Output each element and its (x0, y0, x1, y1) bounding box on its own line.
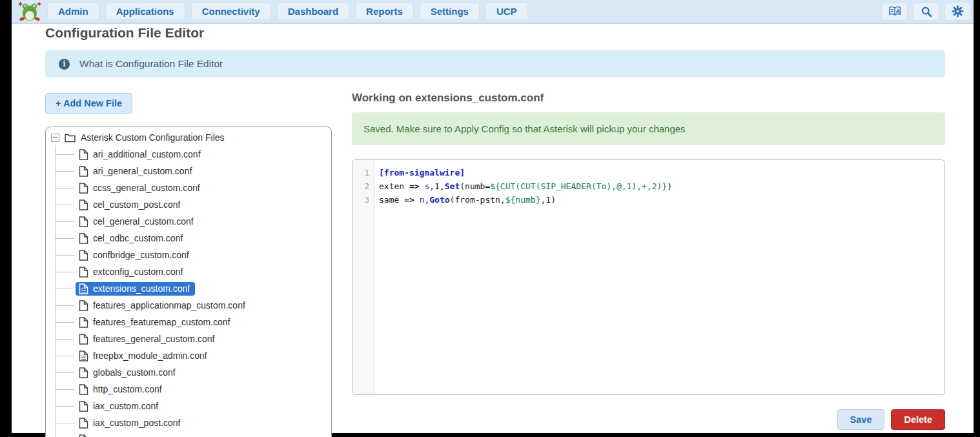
folder-icon (65, 133, 76, 143)
info-banner-text: What is Configuration File Editor (79, 58, 223, 70)
tree-item-target[interactable]: confbridge_custom.conf (76, 249, 194, 262)
save-button[interactable]: Save (837, 409, 885, 430)
file-name-label: cel_odbc_custom.conf (93, 233, 183, 243)
tree-item-target[interactable]: ari_general_custom.conf (76, 165, 197, 178)
file-name-label: iax_custom_post.conf (93, 418, 180, 428)
app-window: AdminApplicationsConnectivityDashboardRe… (12, 0, 974, 433)
translate-icon: A (888, 6, 901, 17)
file-name-label: confbridge_custom.conf (93, 250, 189, 260)
nav-item-admin[interactable]: Admin (47, 3, 99, 20)
info-banner[interactable]: i What is Configuration File Editor (45, 50, 945, 77)
file-name-label: ccss_general_custom.conf (93, 183, 200, 193)
tree-item-target[interactable] (76, 433, 94, 437)
tree-item-target[interactable]: globals_custom.conf (76, 366, 181, 380)
file-name-label: features_featuremap_custom.conf (93, 317, 230, 327)
nav-item-settings[interactable]: Settings (420, 3, 480, 20)
tree-items: ari_additional_custom.confari_general_cu… (46, 146, 331, 437)
nav-item-reports[interactable]: Reports (355, 3, 414, 20)
plus-icon: + (56, 98, 61, 108)
add-new-file-label: Add New File (63, 98, 122, 108)
nav-item-connectivity[interactable]: Connectivity (191, 3, 271, 20)
tree-item-http_custom.conf: http_custom.conf (46, 381, 331, 398)
code-area: [from-signalwire]exten => s,1,Set(numb=$… (374, 160, 672, 394)
file-icon (79, 199, 88, 210)
tree-item-target[interactable]: features_applicationmap_custom.conf (76, 299, 250, 312)
code-line: [from-signalwire] (379, 166, 672, 179)
tree-item-confbridge_custom.conf: confbridge_custom.conf (46, 247, 331, 263)
tree-item-target[interactable]: freepbx_module_admin.conf (76, 349, 212, 363)
tree-item-features_featuremap_custom.conf: features_featuremap_custom.conf (46, 314, 331, 330)
nav-item-ucp[interactable]: UCP (485, 3, 528, 20)
file-name-label: iax_custom.conf (93, 401, 158, 411)
file-icon (79, 434, 88, 437)
tree-item-target[interactable]: iax_custom_post.conf (76, 416, 185, 430)
tree-item-target[interactable]: ccss_general_custom.conf (76, 181, 205, 195)
tree-item-target[interactable]: cel_odbc_custom.conf (76, 232, 188, 245)
tree-root-label: Asterisk Custom Configuration Files (81, 132, 225, 143)
frog-logo-icon (17, 1, 43, 22)
file-icon (79, 401, 88, 412)
tree-item-target[interactable]: features_featuremap_custom.conf (76, 316, 235, 329)
file-name-label: features_general_custom.conf (93, 334, 214, 344)
code-line: same => n,Goto(from-pstn,${numb},1) (379, 193, 672, 207)
tree-item-features_applicationmap_custom.conf: features_applicationmap_custom.conf (46, 297, 331, 314)
tree-item-partial (46, 431, 331, 437)
file-icon (79, 149, 88, 160)
file-icon (79, 367, 88, 378)
tree-root-node[interactable]: Asterisk Custom Configuration Files (51, 129, 225, 146)
file-name-label: http_custom.conf (93, 384, 162, 394)
search-button[interactable] (913, 3, 939, 21)
tree-item-target[interactable]: extensions_custom.conf (76, 282, 195, 296)
file-icon (79, 418, 88, 429)
tree-item-target[interactable]: http_custom.conf (76, 383, 167, 396)
file-icon (79, 351, 88, 361)
file-name-label: ari_additional_custom.conf (93, 149, 201, 159)
tree-item-target[interactable]: cel_general_custom.conf (76, 215, 199, 229)
add-new-file-button[interactable]: + Add New File (45, 93, 132, 114)
line-number: 2 (352, 179, 374, 193)
delete-button[interactable]: Delete (891, 409, 945, 430)
tree-item-iax_custom.conf: iax_custom.conf (46, 398, 331, 414)
tree-item-target[interactable]: cel_custom_post.conf (76, 198, 185, 212)
tree-item-cel_custom_post.conf: cel_custom_post.conf (46, 196, 331, 213)
tree-item-ari_additional_custom.conf: ari_additional_custom.conf (46, 146, 331, 163)
tree-item-target[interactable]: features_general_custom.conf (76, 332, 219, 346)
file-icon (79, 267, 88, 278)
tree-item-features_general_custom.conf: features_general_custom.conf (46, 330, 331, 347)
tree-item-target[interactable]: ari_additional_custom.conf (76, 148, 206, 161)
tree-item-ccss_general_custom.conf: ccss_general_custom.conf (46, 179, 331, 196)
editor-actions: Save Delete (352, 409, 945, 430)
nav-item-dashboard[interactable]: Dashboard (277, 3, 349, 20)
search-icon (921, 6, 932, 17)
svg-text:A: A (895, 8, 899, 14)
file-icon (79, 384, 88, 395)
file-icon (79, 317, 88, 328)
navbar: AdminApplicationsConnectivityDashboardRe… (12, 0, 974, 24)
settings-gear-button[interactable] (944, 3, 971, 21)
file-name-label: features_applicationmap_custom.conf (93, 300, 245, 310)
file-icon (79, 283, 88, 294)
collapse-expander-icon[interactable] (51, 134, 59, 142)
file-icon (79, 250, 88, 261)
file-name-label: ari_general_custom.conf (93, 166, 192, 176)
tree-item-extensions_custom.conf: extensions_custom.conf (46, 280, 331, 297)
tree-item-extconfig_custom.conf: extconfig_custom.conf (46, 263, 331, 280)
tree-item-target[interactable]: extconfig_custom.conf (76, 265, 188, 279)
freepbx-logo-icon[interactable] (16, 1, 43, 23)
language-translate-button[interactable]: A (881, 3, 908, 21)
working-on-heading: Working on extensions_custom.conf (352, 92, 544, 105)
file-name-label: globals_custom.conf (93, 367, 176, 378)
tree-item-iax_custom_post.conf: iax_custom_post.conf (46, 414, 331, 431)
page-title: Configuration File Editor (45, 25, 204, 41)
line-number: 3 (352, 193, 374, 207)
tree-item-target[interactable]: iax_custom.conf (76, 400, 163, 413)
main-menu: AdminApplicationsConnectivityDashboardRe… (47, 3, 528, 20)
code-editor[interactable]: 123 [from-signalwire]exten => s,1,Set(nu… (352, 159, 945, 395)
tree-item-cel_odbc_custom.conf: cel_odbc_custom.conf (46, 230, 331, 247)
file-icon (79, 334, 88, 345)
nav-item-applications[interactable]: Applications (105, 3, 185, 20)
file-name-label: cel_custom_post.conf (93, 199, 180, 210)
tree-item-freepbx_module_admin.conf: freepbx_module_admin.conf (46, 347, 331, 364)
file-icon (79, 166, 88, 177)
file-name-label: extconfig_custom.conf (93, 267, 183, 277)
